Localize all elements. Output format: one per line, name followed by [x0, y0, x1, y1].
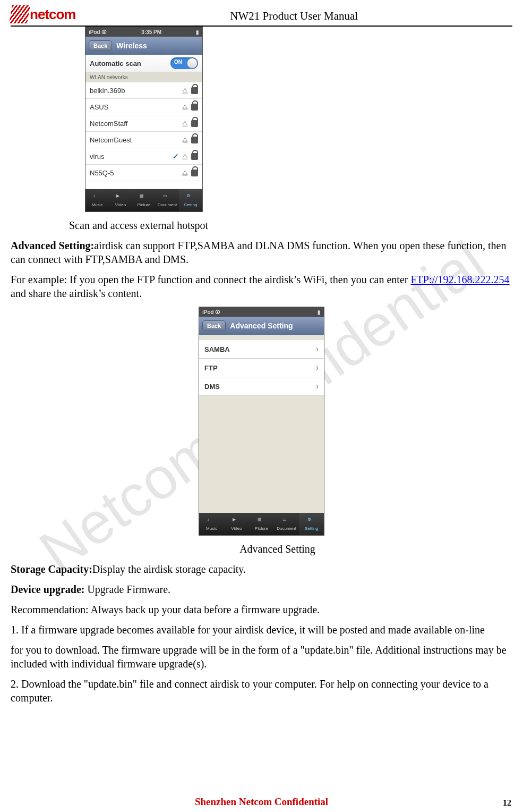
- device-upgrade-paragraph: Device upgrade: Upgrade Firmware.: [11, 582, 512, 596]
- recommendation-paragraph: Recommendation: Always back up your data…: [11, 603, 512, 616]
- nav-title: Wireless: [116, 41, 147, 50]
- tab-music[interactable]: ♪Music: [85, 189, 109, 212]
- gear-icon: ⚙: [307, 517, 316, 526]
- status-bar: iPod ⦿ ▮: [199, 307, 324, 317]
- wifi-icon: ⧋: [182, 103, 188, 111]
- music-icon: ♪: [93, 193, 101, 202]
- page-number: 12: [503, 798, 511, 808]
- document-icon: ▭: [282, 517, 291, 526]
- back-button[interactable]: Back: [89, 40, 112, 51]
- status-device: iPod ⦿: [202, 309, 220, 315]
- battery-icon: ▮: [196, 29, 199, 35]
- lock-icon: [191, 120, 198, 127]
- wifi-icon: ⦿: [101, 29, 107, 35]
- samba-row[interactable]: SAMBA ›: [199, 340, 324, 359]
- wireless-screenshot: iPod ⦿ 3:35 PM ▮ Back Wireless Automatic…: [85, 27, 203, 212]
- tab-video[interactable]: ▶Video: [224, 513, 249, 535]
- caption-advanced: Advanced Setting: [42, 542, 512, 556]
- gear-icon: ⚙: [186, 193, 195, 202]
- toggle-on-label: ON: [174, 59, 182, 65]
- lock-icon: [191, 137, 198, 143]
- network-name: NetcomGuest: [90, 136, 179, 144]
- advanced-setting-paragraph: Advanced Setting:airdisk can support FTP…: [11, 239, 512, 266]
- network-name: virus: [90, 153, 169, 160]
- lock-icon: [191, 87, 198, 94]
- nav-bar: Back Wireless: [85, 37, 202, 55]
- back-button[interactable]: Back: [202, 320, 226, 331]
- ftp-link[interactable]: FTP://192.168.222.254: [410, 274, 509, 285]
- picture-icon: ▦: [140, 193, 148, 202]
- nav-bar: Back Advanced Setting: [199, 317, 324, 335]
- video-icon: ▶: [116, 193, 125, 202]
- ftp-example-paragraph: For example: If you open the FTP functio…: [11, 273, 512, 300]
- status-device: iPod ⦿: [89, 29, 107, 35]
- network-row[interactable]: NetcomGuest ⧋: [85, 132, 202, 148]
- tab-document[interactable]: ▭Document: [156, 189, 179, 212]
- chevron-right-icon: ›: [316, 344, 319, 354]
- network-list: belkin.369b ⧋ ASUS ⧋ NetcomStaff ⧋ Netco…: [85, 82, 202, 189]
- network-name: N55Q-5: [90, 169, 179, 177]
- tab-bar: ♪Music ▶Video ▦Picture ▭Document ⚙Settin…: [85, 189, 202, 212]
- logo-stripes-icon: [11, 5, 29, 23]
- tab-document[interactable]: ▭Document: [274, 513, 299, 535]
- auto-scan-label: Automatic scan: [90, 60, 141, 67]
- lock-icon: [191, 104, 198, 111]
- step1-paragraph: 1. If a firmware upgrade becomes availab…: [11, 623, 512, 637]
- wifi-icon: ⧋: [182, 136, 188, 143]
- tab-picture[interactable]: ▦Picture: [132, 189, 156, 212]
- logo: netcom: [11, 5, 75, 23]
- logo-text: netcom: [30, 6, 75, 23]
- wlan-section-header: WLAN networks: [85, 72, 202, 82]
- music-icon: ♪: [208, 517, 216, 526]
- lock-icon: [191, 153, 198, 160]
- page-title: NW21 Product User Manual: [75, 5, 512, 23]
- row-label: DMS: [204, 383, 220, 391]
- tab-picture[interactable]: ▦Picture: [249, 513, 274, 535]
- tab-bar: ♪Music ▶Video ▦Picture ▭Document ⚙Settin…: [199, 513, 324, 535]
- advanced-setting-label: Advanced Setting:: [11, 240, 94, 251]
- auto-scan-row: Automatic scan ON: [85, 55, 202, 72]
- video-icon: ▶: [233, 517, 241, 526]
- tab-music[interactable]: ♪Music: [199, 513, 224, 535]
- tab-setting[interactable]: ⚙Setting: [299, 513, 324, 535]
- tab-video[interactable]: ▶Video: [109, 189, 132, 212]
- status-bar: iPod ⦿ 3:35 PM ▮: [85, 27, 202, 37]
- device-upgrade-label: Device upgrade:: [11, 583, 84, 595]
- ftp-row[interactable]: FTP ›: [199, 359, 324, 377]
- network-name: ASUS: [90, 103, 179, 111]
- network-row[interactable]: ASUS ⧋: [85, 99, 202, 115]
- advanced-setting-screenshot: iPod ⦿ ▮ Back Advanced Setting SAMBA › F…: [199, 307, 324, 536]
- connected-check-icon: ✓: [173, 152, 179, 160]
- network-row[interactable]: N55Q-5 ⧋: [85, 165, 202, 181]
- tab-setting[interactable]: ⚙Setting: [179, 189, 202, 212]
- nav-title: Advanced Setting: [230, 322, 293, 330]
- network-row[interactable]: [85, 181, 202, 189]
- picture-icon: ▦: [258, 517, 266, 526]
- chevron-right-icon: ›: [316, 363, 319, 373]
- row-label: FTP: [204, 364, 218, 372]
- caption-scan: Scan and access external hotspot: [69, 218, 512, 232]
- step2-paragraph: 2. Download the "update.bin" file and co…: [11, 677, 512, 705]
- chevron-right-icon: ›: [316, 382, 319, 391]
- wifi-icon: ⧋: [182, 120, 188, 127]
- footer-text: Shenzhen Netcom Confidential: [0, 796, 523, 808]
- lock-icon: [191, 170, 198, 176]
- wifi-icon: ⧋: [182, 87, 188, 94]
- wifi-icon: ⦿: [215, 309, 220, 315]
- network-row[interactable]: belkin.369b ⧋: [85, 82, 202, 99]
- step1b-paragraph: for you to download. The firmware upgrad…: [11, 643, 512, 671]
- storage-capacity-label: Storage Capacity:: [11, 563, 92, 575]
- dms-row[interactable]: DMS ›: [199, 377, 324, 396]
- network-name: belkin.369b: [90, 87, 179, 95]
- storage-capacity-paragraph: Storage Capacity:Display the airdisk sto…: [11, 562, 512, 576]
- network-row[interactable]: NetcomStaff ⧋: [85, 115, 202, 132]
- auto-scan-toggle[interactable]: ON: [170, 57, 198, 69]
- network-name: NetcomStaff: [90, 120, 179, 128]
- network-row[interactable]: virus ✓ ⧋: [85, 148, 202, 165]
- battery-icon: ▮: [318, 309, 321, 315]
- wifi-icon: ⧋: [182, 169, 188, 176]
- document-icon: ▭: [163, 193, 172, 202]
- row-label: SAMBA: [204, 345, 230, 353]
- page-header: netcom NW21 Product User Manual: [11, 5, 512, 27]
- advanced-list: SAMBA › FTP › DMS ›: [199, 340, 324, 396]
